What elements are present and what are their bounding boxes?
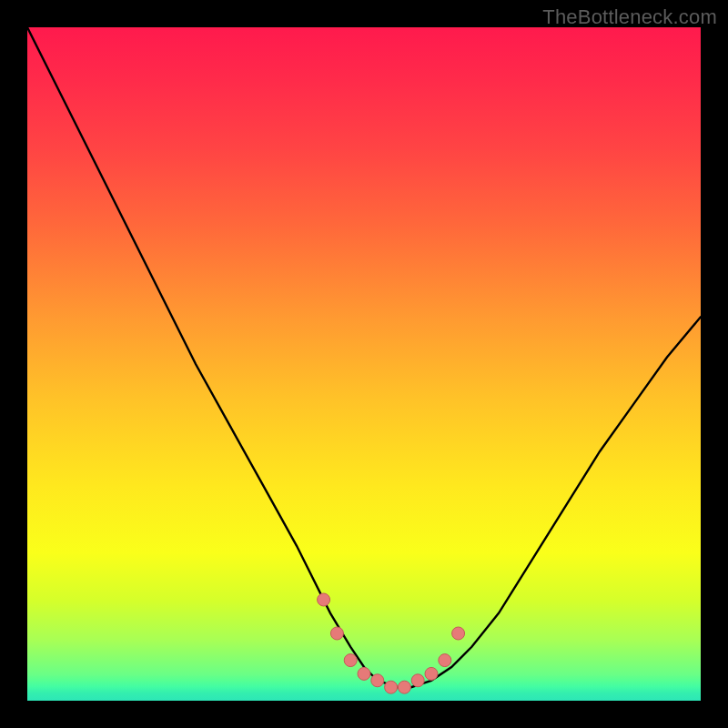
- curve-marker: [411, 674, 424, 687]
- watermark-text: TheBottleneck.com: [542, 5, 717, 29]
- curve-svg: [27, 27, 701, 701]
- outer-frame: TheBottleneck.com: [0, 0, 728, 728]
- curve-marker: [358, 667, 370, 680]
- curve-marker: [318, 593, 330, 606]
- curve-marker: [439, 654, 451, 667]
- curve-marker: [425, 667, 438, 680]
- curve-marker: [344, 654, 357, 667]
- curve-marker: [452, 627, 465, 640]
- plot-area: [27, 27, 701, 701]
- bottleneck-curve: [27, 27, 701, 687]
- curve-marker: [398, 681, 410, 693]
- marker-group: [318, 593, 465, 693]
- curve-marker: [330, 627, 343, 640]
- curve-marker: [385, 681, 398, 693]
- curve-marker: [371, 674, 384, 687]
